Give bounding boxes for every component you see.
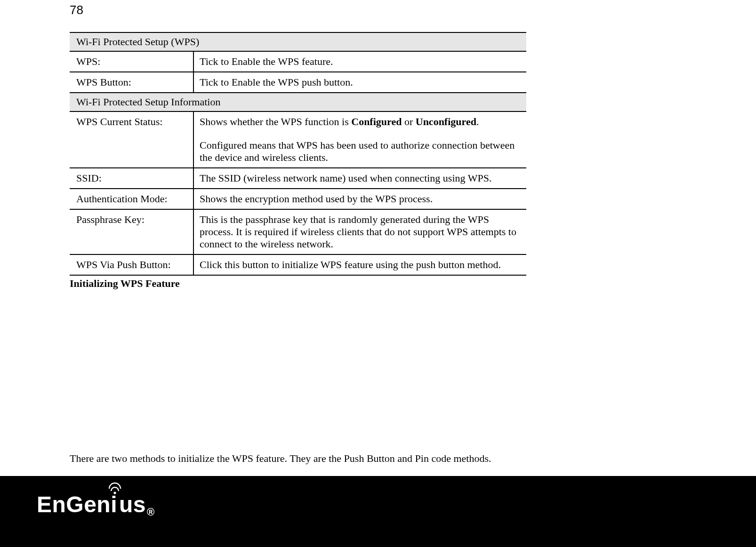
row-label-status: WPS Current Status: [70,111,193,168]
section-header-wps: Wi-Fi Protected Setup (WPS) [70,32,526,51]
section-header-info: Wi-Fi Protected Setup Information [70,93,526,111]
logo-suffix: us [119,492,146,517]
status-mid: or [402,116,415,127]
row-desc-wps-button: Tick to Enable the WPS push button. [193,72,526,93]
page-number: 78 [70,3,83,17]
row-label-wps: WPS: [70,51,193,72]
row-desc-auth: Shows the encryption method used by the … [193,189,526,209]
row-label-ssid: SSID: [70,168,193,189]
status-text-c: Configured means that WPS has been used … [200,139,520,164]
row-desc-ssid: The SSID (wireless network name) used wh… [193,168,526,189]
row-label-wps-button: WPS Button: [70,72,193,93]
logo-i: i i [111,492,119,517]
subheading-initializing: Initializing WPS Feature [70,276,526,290]
row-label-auth: Authentication Mode: [70,189,193,209]
engenius-logo: EnGen i i us ® [37,492,155,517]
status-bold-b: Unconfigured [416,116,476,127]
row-desc-status: Shows whether the WPS function is Config… [193,111,526,168]
row-label-passphrase: Passphrase Key: [70,209,193,254]
status-bold-a: Configured [351,116,402,127]
row-desc-passphrase: This is the passphrase key that is rando… [193,209,526,254]
status-text-b: . [476,116,479,127]
row-desc-wps: Tick to Enable the WPS feature. [193,51,526,72]
wps-table: Wi-Fi Protected Setup (WPS) WPS: Tick to… [70,32,526,276]
row-label-pushbutton: WPS Via Push Button: [70,254,193,275]
logo-prefix: EnGen [37,492,111,517]
body-text: There are two methods to initialize the … [70,452,587,465]
row-desc-pushbutton: Click this button to initialize WPS feat… [193,254,526,275]
registered-mark: ® [147,506,155,518]
status-text-a: Shows whether the WPS function is [200,116,351,127]
